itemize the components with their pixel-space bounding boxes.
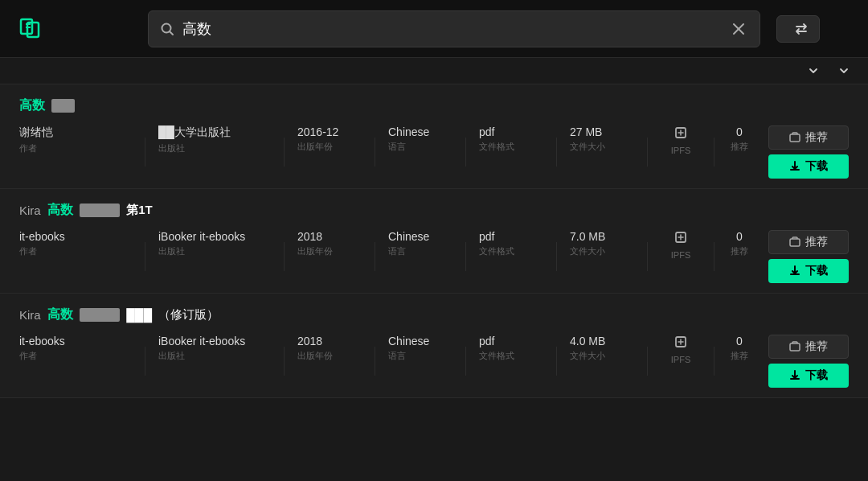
recommend-button[interactable]: 推荐	[768, 230, 849, 254]
score-label: 推荐	[731, 141, 748, 153]
meta-block: iBooker it-ebooks出版社	[158, 230, 271, 257]
download-button[interactable]: 下载	[768, 364, 849, 388]
meta-value: 4.0 MB	[570, 335, 634, 347]
meta-label: 出版社	[158, 350, 271, 362]
meta-value: 2016-12	[297, 125, 362, 138]
meta-value: Chinese	[388, 230, 452, 243]
meta-block: it-ebooks作者	[19, 230, 132, 257]
meta-label: 文件大小	[570, 141, 634, 153]
result-title-highlight: 高数	[47, 202, 73, 219]
pinata-button[interactable]	[776, 15, 820, 43]
download-icon	[789, 370, 800, 381]
meta-divider	[465, 138, 466, 166]
meta-divider	[465, 242, 466, 271]
logo-area	[19, 16, 132, 42]
meta-block: 2018出版年份	[297, 335, 362, 362]
meta-divider	[465, 347, 466, 376]
svg-rect-11	[790, 239, 800, 246]
meta-divider	[647, 242, 648, 271]
download-button[interactable]: 下载	[768, 259, 849, 283]
search-input[interactable]	[182, 20, 721, 37]
meta-divider	[145, 242, 145, 271]
meta-block: 4.0 MB文件大小	[570, 335, 634, 362]
meta-label: 作者	[19, 245, 132, 257]
meta-value: 7.0 MB	[570, 230, 634, 243]
download-icon	[789, 265, 800, 277]
meta-label: 文件大小	[570, 350, 634, 362]
ipfs-icon	[674, 125, 688, 143]
meta-block: 2018出版年份	[297, 230, 362, 257]
recommend-icon	[789, 236, 800, 248]
meta-label: 出版社	[158, 245, 271, 257]
meta-divider	[145, 138, 145, 166]
search-icon	[160, 22, 174, 36]
logo-icon	[19, 16, 45, 42]
meta-value: it-ebooks	[19, 230, 132, 243]
meta-label: 出版年份	[297, 141, 362, 153]
meta-value: 2018	[297, 335, 362, 347]
meta-divider	[714, 347, 714, 376]
meta-divider	[375, 347, 375, 376]
meta-block: pdf文件格式	[479, 125, 543, 153]
recommend-label: 推荐	[805, 130, 828, 145]
ipfs-block: IPFS	[661, 335, 701, 364]
meta-block: ██大学出版社出版社	[158, 125, 271, 154]
meta-value: Chinese	[388, 125, 452, 138]
meta-block: it-ebooks作者	[19, 335, 132, 362]
ipfs-block: IPFS	[661, 125, 701, 155]
download-label: 下载	[805, 159, 828, 174]
meta-label: 文件大小	[570, 245, 634, 257]
meta-block: 27 MB文件大小	[570, 125, 634, 153]
app-header	[0, 0, 868, 58]
ipfs-icon	[674, 230, 688, 248]
meta-divider	[556, 242, 557, 271]
meta-block: Chinese语言	[388, 335, 452, 362]
meta-value: iBooker it-ebooks	[158, 335, 271, 347]
meta-divider	[714, 242, 714, 271]
recommend-button[interactable]: 推荐	[768, 335, 849, 359]
svg-rect-13	[790, 343, 800, 351]
meta-value: Chinese	[388, 335, 452, 347]
meta-label: 出版社	[158, 142, 271, 154]
meta-divider	[647, 138, 648, 166]
meta-label: 文件格式	[479, 350, 543, 362]
meta-value: pdf	[479, 335, 543, 347]
svg-rect-9	[790, 134, 800, 142]
result-meta-row: 谢绪恺作者██大学出版社出版社2016-12出版年份Chinese语言pdf文件…	[19, 125, 849, 179]
score-block: 0推荐	[727, 335, 751, 362]
download-icon	[789, 161, 800, 172]
action-area: 推荐下载	[760, 125, 849, 179]
download-label: 下载	[805, 368, 828, 383]
meta-divider	[375, 138, 375, 166]
ipfs-label: IPFS	[671, 250, 690, 260]
ipfs-block: IPFS	[661, 230, 701, 260]
clear-search-button[interactable]	[729, 19, 748, 39]
result-prefix: Kira	[19, 204, 41, 217]
meta-value: 2018	[297, 230, 362, 243]
result-card: 高数██谢绪恺作者██大学出版社出版社2016-12出版年份Chinese语言p…	[0, 84, 868, 189]
download-label: 下载	[805, 264, 828, 278]
ipfs-label: IPFS	[671, 355, 690, 364]
recommend-label: 推荐	[805, 339, 828, 354]
result-prefix: Kira	[19, 308, 41, 322]
download-button[interactable]: 下载	[768, 154, 849, 179]
score-value: 0	[736, 335, 743, 347]
result-title-row: Kira高数████第1T	[19, 202, 849, 219]
meta-divider	[284, 242, 285, 271]
result-title-suffix: （修订版）	[158, 307, 219, 323]
ipfs-label: IPFS	[671, 146, 690, 155]
meta-block: iBooker it-ebooks出版社	[158, 335, 271, 362]
result-title-blurred: ████	[80, 204, 121, 217]
recommend-button[interactable]: 推荐	[768, 125, 849, 150]
filetype-filter[interactable]	[834, 66, 849, 76]
relevance-filter[interactable]	[804, 66, 818, 76]
meta-label: 作者	[19, 350, 132, 362]
score-value: 0	[736, 125, 743, 138]
score-value: 0	[736, 230, 743, 243]
result-card: Kira高数███████（修订版）it-ebooks作者iBooker it-…	[0, 294, 868, 398]
chevron-down-icon-2	[839, 66, 849, 76]
meta-label: 文件格式	[479, 141, 543, 153]
result-title-row: 高数██	[19, 97, 849, 114]
result-meta-row: it-ebooks作者iBooker it-ebooks出版社2018出版年份C…	[19, 230, 849, 283]
meta-block: 7.0 MB文件大小	[570, 230, 634, 257]
